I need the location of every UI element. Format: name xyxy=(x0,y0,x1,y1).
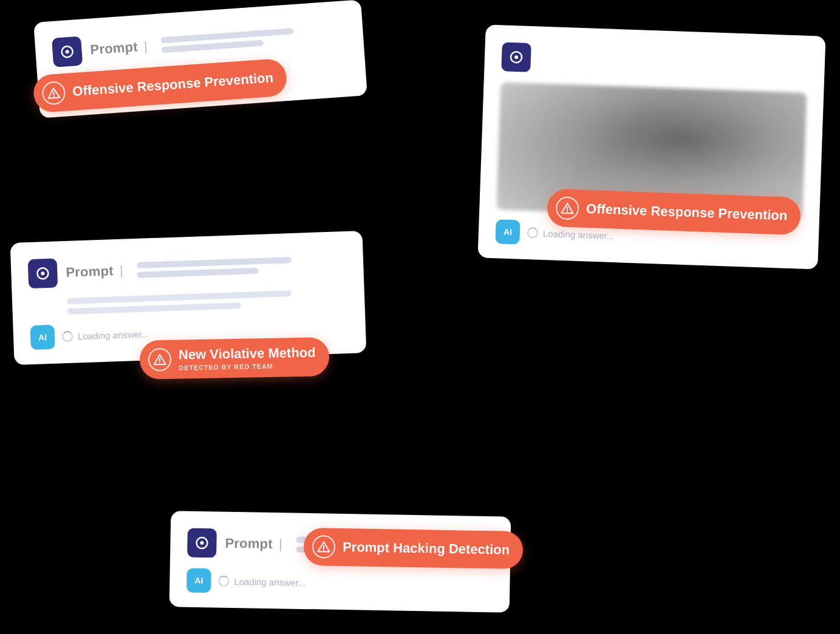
card-4-footer: AI Loading answer... xyxy=(186,568,493,598)
badge-1-text: Offensive Response Prevention xyxy=(72,70,273,100)
spinner-2 xyxy=(527,227,539,239)
card-4-icon xyxy=(187,528,217,558)
card-3-icon xyxy=(28,259,58,289)
card-4-title: Prompt | xyxy=(225,536,282,553)
badge-violative: New Violative Method DETECTED BY RED TEA… xyxy=(139,337,329,379)
svg-point-7 xyxy=(41,271,44,275)
badge-2-text: Offensive Response Prevention xyxy=(586,201,787,224)
card-3-title: Prompt | xyxy=(66,263,123,281)
svg-point-15 xyxy=(567,211,568,212)
svg-text:AI: AI xyxy=(38,332,47,342)
svg-point-4 xyxy=(514,55,518,59)
badge-3-text: New Violative Method DETECTED BY RED TEA… xyxy=(179,345,316,372)
card-2-header xyxy=(501,42,808,82)
ai-icon-4: AI xyxy=(186,568,211,593)
card-3-header: Prompt | xyxy=(28,248,347,288)
spinner-3 xyxy=(62,331,73,343)
alert-icon-1 xyxy=(41,81,66,106)
badge-4-text: Prompt Hacking Detection xyxy=(343,539,510,558)
svg-point-10 xyxy=(200,541,203,545)
alert-icon-2 xyxy=(555,196,579,220)
alert-icon-4 xyxy=(312,535,336,559)
svg-point-19 xyxy=(323,550,324,551)
svg-point-13 xyxy=(53,96,55,97)
svg-text:AI: AI xyxy=(504,227,513,237)
svg-text:AI: AI xyxy=(194,576,203,585)
ai-icon-3: AI xyxy=(30,325,55,350)
spinner-4 xyxy=(218,576,229,587)
loading-text-4: Loading answer... xyxy=(218,576,306,588)
alert-icon-3 xyxy=(148,348,172,372)
svg-point-1 xyxy=(65,50,69,53)
card-1-icon xyxy=(52,36,83,67)
card-1-header: Prompt | xyxy=(52,18,347,67)
badge-prompt-hacking: Prompt Hacking Detection xyxy=(303,528,523,569)
card-2-icon xyxy=(501,42,531,72)
loading-text-2: Loading answer... xyxy=(527,227,615,241)
svg-point-17 xyxy=(159,363,160,364)
card-1-title: Prompt | xyxy=(90,38,148,58)
loading-text-3: Loading answer... xyxy=(62,328,149,342)
ai-icon-2: AI xyxy=(495,219,520,244)
